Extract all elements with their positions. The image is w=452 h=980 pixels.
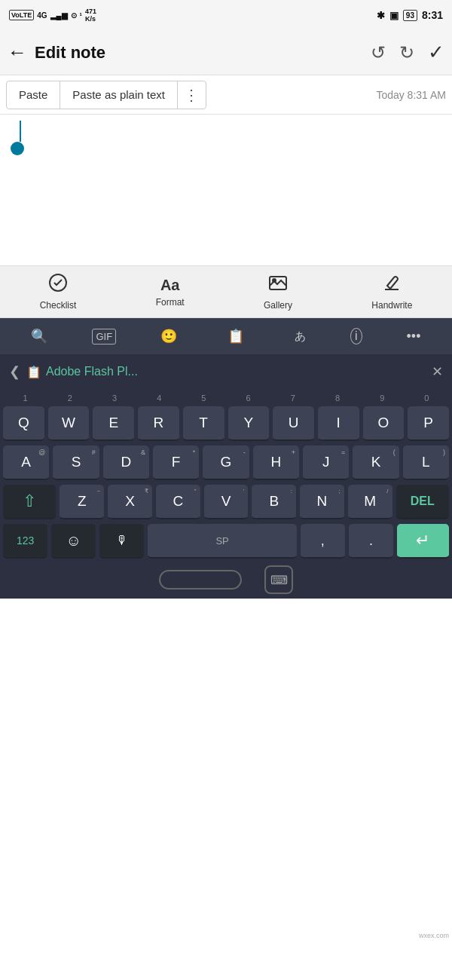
comma-key[interactable]: , [301, 524, 345, 559]
key-I[interactable]: I [318, 406, 359, 441]
paste-more-button[interactable]: ⋮ [177, 81, 206, 109]
key-A[interactable]: @A [3, 446, 49, 480]
num-8: 8 [315, 392, 359, 404]
more-icon[interactable]: ••• [401, 326, 427, 348]
shift-key[interactable]: ⇧ [3, 485, 56, 519]
gallery-icon [268, 273, 288, 297]
key-V[interactable]: 'V [204, 485, 249, 519]
key-N[interactable]: ;N [300, 485, 344, 519]
period-key[interactable]: . [349, 524, 393, 559]
num-6: 6 [226, 392, 270, 404]
status-right: ✱ ▣ 93 8:31 [377, 9, 443, 21]
key-Q[interactable]: Q [3, 406, 44, 441]
handwrite-label: Handwrite [371, 300, 412, 311]
keyboard-nav-row: ⌨ [0, 561, 452, 599]
emoji-key[interactable]: ☺ [51, 524, 96, 559]
toolbar-actions: ↺ ↻ ✓ [371, 41, 444, 64]
paste-bar: Paste Paste as plain text ⋮ Today 8:31 A… [0, 75, 452, 115]
key-K[interactable]: (K [353, 446, 399, 480]
key-W[interactable]: W [48, 406, 90, 441]
back-button[interactable]: ← [8, 41, 27, 64]
info-icon[interactable]: i [350, 328, 362, 345]
home-indicator[interactable] [159, 570, 242, 590]
key-O[interactable]: O [363, 406, 405, 441]
suggestion-value: Adobe Flash Pl... [46, 365, 138, 378]
key-R[interactable]: R [138, 406, 179, 441]
key-E[interactable]: E [93, 406, 134, 441]
key-J[interactable]: =J [303, 446, 349, 480]
num-1: 1 [3, 392, 47, 404]
vibrate-icon: ▣ [389, 10, 399, 21]
key-S[interactable]: #S [53, 446, 99, 480]
num-0: 0 [405, 392, 449, 404]
editor-area[interactable] [0, 115, 452, 265]
mic-key[interactable]: 🎙 [99, 524, 144, 559]
checklist-icon [48, 273, 68, 297]
toolbar: ← Edit note ↺ ↻ ✓ [0, 30, 452, 75]
checklist-tool[interactable]: Checklist [40, 273, 77, 311]
key-C[interactable]: "C [156, 485, 200, 519]
key-Z[interactable]: ~Z [60, 485, 104, 519]
language-icon[interactable]: あ [289, 326, 312, 347]
keyboard-row-4: 123 ☺ 🎙 SP , . ↵ [0, 522, 452, 561]
clipboard-icon[interactable]: 📋 [221, 325, 250, 348]
status-left: VoLTE 4G ▂▄▆ ⊙ ¹ 471K/s [9, 8, 96, 23]
keyboard-icon-row: 🔍 GIF 🙂 📋 あ i ••• [0, 318, 452, 354]
key-B[interactable]: :B [252, 485, 296, 519]
num-9: 9 [360, 392, 405, 404]
sticker-icon[interactable]: 🙂 [154, 325, 183, 348]
format-label: Format [156, 297, 185, 308]
paste-plain-button[interactable]: Paste as plain text [60, 81, 177, 109]
text-cursor [17, 121, 24, 155]
handwrite-icon [382, 273, 402, 297]
key-D[interactable]: &D [103, 446, 149, 480]
key-F[interactable]: *F [153, 446, 199, 480]
keyboard-switcher[interactable]: ⌨ [264, 565, 293, 594]
keyboard-num-row: 1 2 3 4 5 6 7 8 9 0 [0, 389, 452, 404]
paste-buttons-group: Paste Paste as plain text ⋮ [6, 81, 206, 109]
num-7: 7 [270, 392, 315, 404]
key-P[interactable]: P [408, 406, 449, 441]
bottom-toolbar: Checklist Aa Format Gallery Handwrite [0, 265, 452, 318]
page-title: Edit note [35, 43, 371, 63]
key-M[interactable]: /M [348, 485, 392, 519]
key-H[interactable]: +H [253, 446, 299, 480]
format-tool[interactable]: Aa Format [156, 277, 185, 308]
wifi-icon: ⊙ [71, 11, 77, 20]
key-G[interactable]: -G [203, 446, 249, 480]
suggestion-collapse-button[interactable]: ❮ [9, 363, 20, 380]
space-key[interactable]: SP [148, 524, 296, 559]
undo-button[interactable]: ↺ [371, 42, 386, 63]
key-L[interactable]: )L [403, 446, 449, 480]
keyboard-row-1: Q W E R T Y U I O P [0, 404, 452, 443]
confirm-button[interactable]: ✓ [428, 41, 444, 64]
redo-button[interactable]: ↻ [399, 42, 414, 63]
search-icon[interactable]: 🔍 [25, 325, 53, 348]
num-3: 3 [92, 392, 136, 404]
gallery-tool[interactable]: Gallery [264, 273, 292, 311]
enter-key[interactable]: ↵ [397, 524, 449, 559]
paste-button[interactable]: Paste [7, 81, 60, 109]
num-switch-key[interactable]: 123 [3, 524, 47, 559]
key-X[interactable]: ₹X [108, 485, 152, 519]
keyboard: 🔍 GIF 🙂 📋 あ i ••• ❮ 📋 Adobe Flash Pl... … [0, 318, 452, 599]
keyboard-suggestion-row: ❮ 📋 Adobe Flash Pl... ✕ [0, 354, 452, 389]
svg-point-2 [273, 279, 276, 282]
bluetooth-icon: ✱ [377, 10, 385, 21]
volte-label: VoLTE [9, 10, 34, 20]
handwrite-tool[interactable]: Handwrite [371, 273, 412, 311]
battery-indicator: 93 [403, 10, 417, 21]
status-bar: VoLTE 4G ▂▄▆ ⊙ ¹ 471K/s ✱ ▣ 93 8:31 [0, 0, 452, 30]
suggestion-close-button[interactable]: ✕ [432, 363, 443, 380]
num-2: 2 [47, 392, 92, 404]
data-speed: 471K/s [85, 8, 96, 23]
gif-icon[interactable]: GIF [92, 329, 116, 345]
suggestion-clipboard-icon: 📋 [26, 365, 41, 379]
key-Y[interactable]: Y [228, 406, 270, 441]
notification-num: ¹ [80, 11, 82, 20]
key-U[interactable]: U [273, 406, 314, 441]
key-T[interactable]: T [183, 406, 224, 441]
signal-bars: ▂▄▆ [50, 11, 68, 20]
suggestion-text[interactable]: 📋 Adobe Flash Pl... [26, 365, 426, 379]
delete-key[interactable]: DEL [396, 485, 449, 519]
